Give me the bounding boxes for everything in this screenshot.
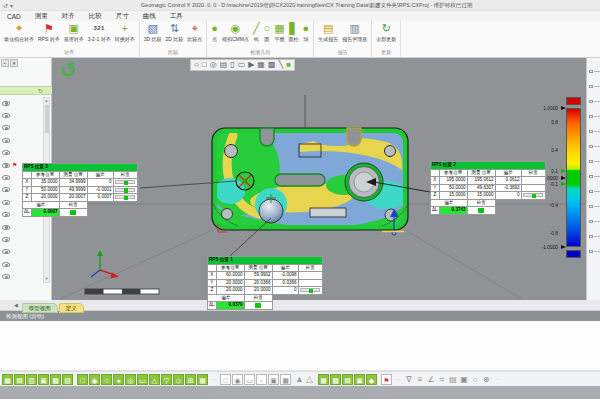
pointer-icon[interactable]: ▶: [248, 60, 254, 70]
menu-item-2[interactable]: 测量: [28, 12, 55, 21]
status-icon-2-3[interactable]: ○: [101, 374, 112, 385]
status-icon-1-5[interactable]: ▩: [50, 374, 61, 385]
menu-item-3[interactable]: 对齐: [55, 12, 82, 21]
plane-button[interactable]: ▦平面: [272, 22, 286, 49]
status-icon-4-2[interactable]: ◉: [232, 374, 243, 385]
status-icon-1-3[interactable]: ▥: [26, 374, 37, 385]
status-icon-5-1[interactable]: ▲: [295, 374, 304, 385]
tree-item-row[interactable]: [0, 258, 43, 270]
status-icon-1-6[interactable]: ▧: [62, 374, 73, 385]
status-icon-5-2[interactable]: △: [305, 374, 314, 385]
tree-item-row[interactable]: [0, 134, 43, 146]
visibility-eye-icon[interactable]: [2, 138, 10, 143]
select-circle-icon[interactable]: ○: [194, 60, 199, 70]
menu-item-1[interactable]: CAD: [0, 13, 28, 20]
visibility-eye-icon[interactable]: [2, 163, 10, 168]
visibility-eye-icon[interactable]: [2, 125, 10, 130]
zoom-target-icon[interactable]: ◎: [210, 60, 217, 70]
sphere-button[interactable]: ●球: [301, 22, 312, 49]
visibility-eye-icon[interactable]: [2, 274, 10, 279]
status-icon-9-8[interactable]: ⊕: [481, 374, 491, 385]
status-icon-2-6[interactable]: ▭: [137, 374, 148, 385]
status-icon-2-10[interactable]: ⊞: [185, 374, 196, 385]
compare-2d-button[interactable]: ⇅2D 比较: [164, 22, 186, 49]
point-button[interactable]: ●点: [209, 22, 220, 49]
status-icon-2-9[interactable]: ◇: [173, 374, 184, 385]
measure-line-icon[interactable]: ╲: [278, 60, 283, 70]
visibility-eye-icon[interactable]: [2, 150, 10, 155]
tree-item-row[interactable]: [0, 246, 43, 258]
undo-icon[interactable]: ↺: [3, 2, 8, 9]
datum-alignment-button[interactable]: ▣基准对齐: [62, 22, 86, 49]
status-icon-2-8[interactable]: ▽: [161, 374, 172, 385]
select-box-icon[interactable]: □: [202, 60, 207, 70]
comparison-point-button[interactable]: ⌖比较点: [185, 22, 204, 49]
capture-view-icon[interactable]: ▤: [220, 60, 228, 70]
page-layout-icon[interactable]: ▯: [230, 60, 234, 70]
status-icon-2-2[interactable]: ◉: [89, 374, 100, 385]
annotation-table-rps1[interactable]: RPS 位置 1参考位置测量 位置偏差检查X60.000059.9902-0.0…: [207, 256, 323, 310]
scroll-up-icon[interactable]: ▲: [44, 98, 49, 104]
menu-item-7[interactable]: 工具: [163, 12, 190, 21]
circle-button[interactable]: ○圆: [262, 22, 273, 49]
status-icon-4-1[interactable]: □: [220, 374, 231, 385]
status-icon-4-3[interactable]: ▭: [244, 374, 255, 385]
tree-item-row[interactable]: [0, 147, 43, 159]
rps-alignment-button[interactable]: ⚑RPS 对齐: [36, 22, 62, 49]
visibility-eye-icon[interactable]: [2, 175, 10, 180]
status-icon-9-5[interactable]: ▤: [448, 374, 458, 385]
status-icon-6-5[interactable]: ◆: [366, 374, 377, 385]
menu-item-4[interactable]: 比较: [82, 12, 109, 21]
tree-item-row[interactable]: [0, 221, 43, 233]
compare-3d-button[interactable]: ▧3D 比较: [142, 22, 164, 49]
cylinder-button[interactable]: ▋圆柱: [287, 22, 301, 49]
visibility-eye-icon[interactable]: [2, 212, 10, 217]
tree-item-row[interactable]: [0, 270, 43, 282]
status-icon-4-6[interactable]: ▦: [280, 374, 291, 385]
visibility-eye-icon[interactable]: [2, 249, 10, 254]
grid-view-icon[interactable]: ▦: [257, 60, 265, 70]
visibility-eye-icon[interactable]: [2, 225, 10, 230]
tree-item-row[interactable]: [0, 97, 43, 109]
status-icon-1-2[interactable]: ▤: [14, 374, 25, 385]
visibility-eye-icon[interactable]: [2, 101, 10, 106]
visibility-eye-icon[interactable]: [2, 237, 10, 242]
update-all-button[interactable]: ↻全部更新: [374, 22, 398, 49]
status-icon-4-4[interactable]: ▫: [256, 374, 267, 385]
status-icon-6-4[interactable]: ▣: [354, 374, 365, 385]
part-model[interactable]: [204, 125, 408, 235]
refresh-icon[interactable]: ↻: [38, 87, 43, 94]
scrollbar-thumb[interactable]: [45, 105, 49, 133]
dock-collapse-button[interactable]: ◀: [14, 302, 18, 308]
status-icon-9-3[interactable]: ∠: [426, 374, 436, 385]
best-fit-alignment-button[interactable]: ✦最佳拟合对齐: [2, 22, 36, 49]
status-icon-6-2[interactable]: ▩: [330, 374, 341, 385]
status-icon-1-4[interactable]: ▣: [38, 374, 49, 385]
status-icon-7-1[interactable]: ⚑: [381, 374, 392, 385]
menu-item-6[interactable]: 曲线: [136, 12, 163, 21]
annotation-table-rps3[interactable]: RPS 位置 3参考位置测量 位置偏差检查X35.000034.99990Y50…: [22, 163, 138, 217]
annotation-table-rps2[interactable]: RPS 位置 2参考位置测量 位置偏差检查X195.0000195.06120.…: [430, 161, 546, 215]
shaded-view-icon[interactable]: ■: [286, 60, 291, 70]
dock-tab-2[interactable]: 定义: [59, 303, 84, 313]
line-button[interactable]: ╱线: [251, 22, 262, 49]
report-manager-button[interactable]: ▥报告管理器: [340, 22, 369, 49]
status-icon-9-2[interactable]: ≡: [415, 374, 425, 385]
visibility-eye-icon[interactable]: [2, 262, 10, 267]
status-icon-2-4[interactable]: ●: [113, 374, 124, 385]
321-alignment-button[interactable]: 3213-2-1 对齐: [86, 22, 113, 49]
simulated-cmm-point-button[interactable]: ◉模拟CMM点: [220, 22, 251, 49]
generate-report-button[interactable]: ▤生成报告: [316, 22, 340, 49]
status-icon-2-11[interactable]: ▦: [197, 374, 208, 385]
status-icon-2-7[interactable]: △: [149, 374, 160, 385]
status-icon-9-4[interactable]: ≈: [437, 374, 447, 385]
status-icon-2-5[interactable]: ◎: [125, 374, 136, 385]
status-icon-9-1[interactable]: ∇: [404, 374, 414, 385]
status-icon-9-7[interactable]: ○: [470, 374, 480, 385]
panel-menu-icon[interactable]: ▾: [10, 59, 18, 67]
status-icon-9-6[interactable]: ▣: [459, 374, 469, 385]
transform-alignment-button[interactable]: +转换对齐: [113, 22, 137, 49]
tree-item-row[interactable]: [0, 233, 43, 245]
status-icon-4-5[interactable]: ▣: [268, 374, 279, 385]
menu-item-5[interactable]: 尺寸: [109, 12, 136, 21]
